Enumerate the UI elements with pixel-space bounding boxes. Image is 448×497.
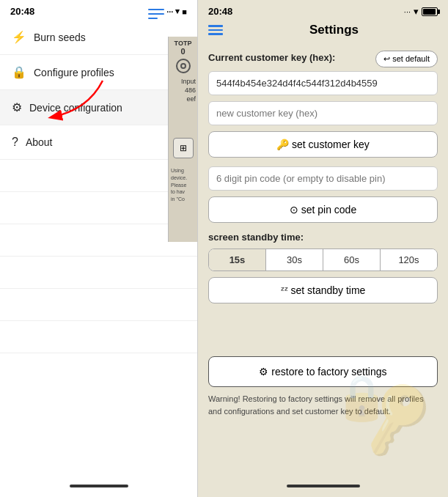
standby-label: screen standby time: [208,232,438,243]
home-indicator-right [287,485,360,487]
totp-spacer [169,103,197,132]
status-icons-left: ··· ▾ ■ [166,7,187,16]
menu-item-empty-5 [0,289,197,321]
page-title: Settings [230,23,438,37]
about-icon: ? [12,136,18,149]
left-panel: 20:48 ··· ▾ ■ ⚡ Burn seeds 🔒 Configure p… [0,0,198,497]
wifi-icon-left: ▾ [175,7,180,16]
home-indicator-left [70,485,128,487]
customer-key-header-row: Current customer key (hex): ↩ set defaul… [208,51,438,67]
time-right: 20:48 [208,6,232,17]
input-value-1: 486 [169,85,197,94]
set-customer-key-button[interactable]: 🔑 set customer key [208,131,438,158]
totp-value: 0 [169,47,197,56]
wifi-icon-right: ▾ [414,6,419,17]
set-pin-code-button[interactable]: ⊙ set pin code [208,196,438,223]
factory-reset-button[interactable]: ⚙ restore to factory settings [208,356,438,387]
standby-option-120s[interactable]: 120s [381,249,437,270]
partial-info-text: Usingdevice.Pleaseto havin "Co [169,164,197,206]
set-default-button[interactable]: ↩ set default [375,51,438,67]
status-bar-left: 20:48 ··· ▾ ■ [0,0,197,20]
top-nav: Settings [198,20,448,43]
current-key-value: 544f4b454e324d4f4c544f312d4b4559 [208,71,438,95]
menu-item-configure-profiles-label: Configure profiles [34,67,114,78]
new-customer-key-input[interactable] [208,101,438,125]
pin-code-section: ⊙ set pin code [208,166,438,223]
home-bar-right [198,475,448,497]
input-value-2: eef [169,94,197,103]
nav-hamburger-right[interactable] [208,25,223,35]
totp-circle [176,59,191,73]
status-bar-right: 20:48 ··· ▾ [198,0,448,20]
pin-code-input[interactable] [208,166,438,191]
menu-item-empty-4 [0,257,197,289]
standby-option-60s[interactable]: 60s [323,249,381,270]
factory-reset-section: ⚙ restore to factory settings Warning! R… [208,356,438,417]
set-standby-time-button[interactable]: ᶻᶻ set standby time [208,277,438,303]
factory-reset-warning: Warning! Restoring to factory settings w… [208,393,438,417]
device-configuration-icon: ⚙ [12,100,22,114]
signal-bars-right: ··· [404,7,411,16]
menu-item-about-label: About [26,136,53,148]
menu-item-device-configuration-label: Device configuration [29,102,122,114]
hamburger-line-3 [208,33,223,35]
scan-button-partial[interactable]: ⊞ [173,138,194,158]
time-left: 20:48 [10,6,34,17]
hamburger-line-2 [208,29,223,32]
battery-icon-left: ■ [182,7,187,16]
burn-seeds-icon: ⚡ [12,30,26,44]
right-panel: 20:48 ··· ▾ Settings Current customer ke… [198,0,448,497]
standby-option-30s[interactable]: 30s [266,249,323,270]
signal-icon: ··· [166,7,173,16]
settings-content: Current customer key (hex): ↩ set defaul… [198,43,448,475]
customer-key-label: Current customer key (hex): [208,52,335,63]
battery-icon-right [422,7,438,16]
totp-label: TOTP [169,37,197,47]
status-icons-right: ··· ▾ [404,6,438,17]
customer-key-section: Current customer key (hex): ↩ set defaul… [208,51,438,158]
standby-section: screen standby time: 15s 30s 60s 120s ᶻᶻ… [208,232,438,303]
spacer [208,312,438,356]
standby-options: 15s 30s 60s 120s [208,248,438,271]
totp-partial-panel: TOTP 0 Input 486 eef ⊞ Usingdevice.Pleas… [168,37,197,242]
battery-fill [423,9,436,15]
configure-profiles-icon: 🔒 [12,65,26,79]
hamburger-line-1 [208,25,223,27]
hamburger-left[interactable] [144,7,164,21]
totp-circle-inner [180,63,186,69]
standby-option-15s[interactable]: 15s [209,249,266,270]
input-label: Input [169,76,197,85]
menu-item-empty-6 [0,321,197,353]
home-bar-left [0,475,197,497]
menu-item-burn-seeds-label: Burn seeds [34,32,86,43]
